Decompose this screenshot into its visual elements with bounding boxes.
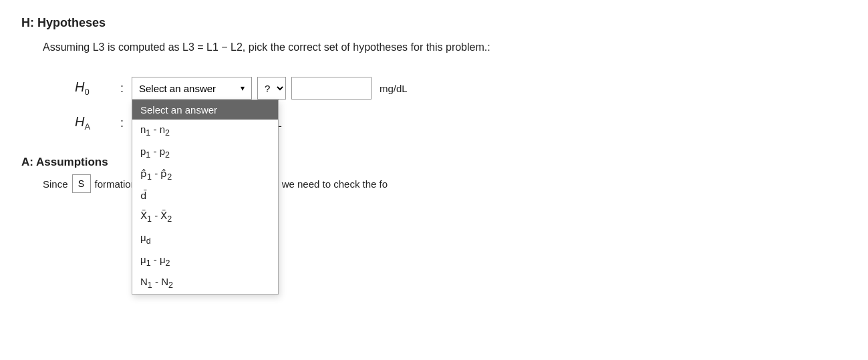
dropdown-item-3[interactable]: p̂1 - p̂2 [132, 164, 278, 186]
ha-label: HA [75, 114, 115, 132]
ha-colon: : [120, 116, 124, 130]
section-title: H: Hypotheses [21, 16, 847, 30]
ha-sub: A [84, 122, 90, 132]
ha-row: HA : ? < > ≤ ≥ = ≠ mg/dL [229, 112, 847, 134]
h0-select-label: Select an answer [139, 83, 216, 94]
h0-row: H0 : Select an answer ▾ Select an answer… [75, 77, 847, 100]
dropdown-item-4[interactable]: d̄ [132, 186, 278, 206]
since-prefix: Since [43, 178, 68, 190]
question-text: Assuming L3 is computed as L3 = L1 − L2,… [43, 39, 847, 55]
h0-comparator-select[interactable]: ? < > ≤ ≥ = ≠ [257, 77, 286, 100]
since-input[interactable] [72, 174, 91, 193]
dropdown-item-8[interactable]: N1 - N2 [132, 272, 278, 294]
dropdown-item-0[interactable]: Select an answer [132, 100, 278, 120]
h0-label: H0 [75, 79, 115, 97]
dropdown-item-6[interactable]: μd [132, 228, 278, 250]
h0-select-button[interactable]: Select an answer ▾ [132, 77, 252, 100]
dropdown-item-5[interactable]: X̄1 - X̄2 [132, 206, 278, 228]
dropdown-item-1[interactable]: n1 - n2 [132, 120, 278, 142]
h0-sub: 0 [84, 87, 89, 97]
h0-select-dropdown[interactable]: Select an answer ▾ Select an answer n1 -… [132, 77, 252, 100]
h0-unit-label: mg/dL [380, 83, 408, 94]
dropdown-item-2[interactable]: p1 - p2 [132, 142, 278, 164]
h0-colon: : [120, 81, 124, 96]
h0-dropdown-menu: Select an answer n1 - n2 p1 - p2 p̂1 - p… [132, 100, 279, 295]
h0-value-input[interactable] [291, 77, 372, 100]
chevron-down-icon: ▾ [241, 83, 245, 93]
dropdown-item-7[interactable]: μ1 - μ2 [132, 250, 278, 272]
